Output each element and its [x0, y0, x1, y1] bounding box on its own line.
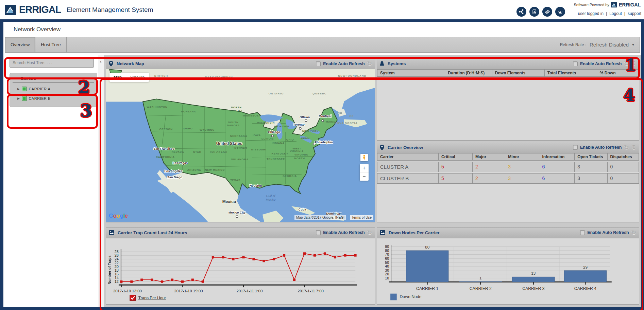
svg-text:13: 13: [531, 271, 536, 275]
svg-text:20: 20: [385, 272, 389, 276]
powered-brand-name: ERRIGAL: [619, 2, 641, 7]
svg-text:OREGON: OREGON: [159, 128, 172, 131]
auto-refresh-label: Enable Auto Refresh: [580, 61, 622, 66]
auto-refresh-checkbox[interactable]: [580, 230, 585, 235]
collapse-up-icon[interactable]: ▲: [99, 60, 102, 63]
support-link[interactable]: support: [628, 11, 641, 16]
svg-text:NEBRASKA: NEBRASKA: [230, 134, 247, 138]
svg-text:Cuba: Cuba: [299, 208, 306, 211]
table-row: CLUSTER A523630: [377, 162, 639, 172]
svg-text:DAKOTA: DAKOTA: [230, 109, 242, 112]
value-cell: 3: [505, 162, 539, 172]
svg-text:ARIZONA: ARIZONA: [187, 168, 201, 171]
powered-by-label: Software Powered by: [574, 3, 609, 7]
column-header: Major: [473, 153, 505, 161]
auto-refresh-checkbox[interactable]: [573, 145, 578, 150]
trap-chart-panel: Carrier Trap Count Last 24 Hours Enable …: [106, 227, 375, 305]
sidebar-splitter[interactable]: ▲: [98, 55, 104, 307]
svg-text:GEORGIA: GEORGIA: [283, 175, 297, 178]
tree-divider: [13, 83, 94, 83]
column-header: Total Elements: [545, 69, 597, 77]
svg-text:NEW MEXICO: NEW MEXICO: [205, 168, 225, 171]
google-map[interactable]: BRITISHCOLUMBIASASKATCHEWANONTARIOQUEBEC…: [106, 69, 375, 222]
errigal-logo: ERRIGAL: [5, 4, 61, 15]
tree-item-carrier-a[interactable]: ▶ CARRIER A: [10, 84, 97, 94]
tree-item-carrier-b[interactable]: ▶ CARRIER B: [10, 94, 97, 103]
chevron-down-icon: ▼: [631, 43, 635, 47]
value-cell: 5: [439, 173, 473, 184]
down-nodes-panel: Down Nodes Per Carrier Enable Auto Refre…: [377, 227, 639, 305]
terms-of-use-link[interactable]: Terms of Use: [350, 215, 373, 220]
refresh-rate-dropdown[interactable]: Refresh Disabled ▼: [590, 42, 635, 48]
svg-text:2017-1-11 7:00: 2017-1-11 7:00: [298, 289, 324, 293]
refresh-rate-value: Refresh Disabled: [590, 42, 629, 48]
svg-text:QUEBEC: QUEBEC: [312, 92, 326, 95]
svg-text:18: 18: [115, 268, 119, 272]
zoom-in-button[interactable]: +: [360, 164, 369, 172]
tree-root-carriers[interactable]: ▼ Carriers: [10, 76, 97, 81]
systems-panel: Systems Enable Auto Refresh ↻ ↧ SystemDu…: [377, 58, 639, 141]
svg-text:50: 50: [385, 260, 389, 265]
refresh-icon[interactable]: ↻: [367, 230, 372, 236]
svg-text:20: 20: [115, 265, 119, 269]
chevron-collapsed-icon: ▶: [17, 87, 20, 91]
tab-overview[interactable]: Overview: [5, 37, 35, 52]
svg-text:NEVADA: NEVADA: [172, 150, 184, 153]
tickets-icon[interactable]: [542, 7, 552, 17]
reports-icon[interactable]: [529, 7, 539, 17]
refresh-icon[interactable]: ↻: [631, 230, 636, 236]
trap-line-chart: 1214161820222426282017-1-10 13:002017-1-…: [106, 238, 375, 304]
zoom-out-button[interactable]: −: [360, 172, 369, 181]
brand-name: ERRIGAL: [19, 4, 61, 15]
value-cell: 0: [608, 173, 639, 184]
download-icon[interactable]: ↧: [631, 145, 636, 150]
satellite-button[interactable]: Satellite: [126, 75, 149, 80]
product-title: Element Management System: [67, 6, 153, 14]
svg-text:KENTUCKY: KENTUCKY: [271, 152, 288, 155]
refresh-icon[interactable]: ↻: [624, 61, 629, 67]
refresh-icon[interactable]: ↻: [624, 145, 629, 150]
svg-text:San Francisco: San Francisco: [153, 147, 174, 150]
tree-root-label: Carriers: [20, 76, 36, 81]
column-header: Down Elements: [492, 69, 545, 77]
google-logo[interactable]: Google: [109, 213, 128, 219]
pegman-icon[interactable]: [360, 154, 368, 161]
tab-host-tree[interactable]: Host Tree: [35, 37, 67, 52]
svg-text:PENN: PENN: [301, 137, 310, 140]
bell-icon: [380, 61, 384, 66]
svg-text:VIRGINIA: VIRGINIA: [294, 153, 308, 156]
svg-text:Houston: Houston: [250, 184, 262, 187]
header-nav-icons: [516, 7, 565, 17]
svg-text:26: 26: [115, 253, 119, 257]
carrier-cell: CLUSTER A: [377, 162, 439, 172]
download-icon[interactable]: ↧: [631, 61, 636, 67]
refresh-icon[interactable]: ↻: [367, 61, 372, 67]
network-icon[interactable]: [516, 7, 526, 17]
table-row: CLUSTER B523630: [377, 173, 639, 184]
svg-text:10: 10: [385, 276, 389, 280]
svg-text:SOUTH: SOUTH: [228, 121, 239, 124]
panel-title: Down Nodes Per Carrier: [389, 230, 440, 235]
auto-refresh-checkbox[interactable]: [316, 230, 321, 235]
svg-text:Los Angeles: Los Angeles: [164, 169, 182, 173]
auto-refresh-checkbox[interactable]: [573, 61, 578, 66]
svg-text:Down Node: Down Node: [400, 294, 422, 299]
svg-text:San Diego: San Diego: [167, 176, 182, 179]
svg-text:70: 70: [385, 252, 389, 256]
svg-text:Chicago: Chicago: [268, 130, 280, 134]
svg-text:IOWA: IOWA: [253, 134, 261, 137]
svg-text:22: 22: [115, 261, 119, 265]
column-header: Minor: [505, 153, 539, 161]
value-cell: 0: [608, 162, 639, 172]
search-input[interactable]: [10, 58, 94, 68]
auto-refresh-checkbox[interactable]: [316, 61, 321, 66]
value-cell: 3: [575, 173, 607, 184]
alarms-icon[interactable]: [555, 7, 565, 17]
logout-link[interactable]: Logout: [609, 11, 622, 16]
svg-text:30: 30: [385, 268, 389, 272]
dashboard: Network Map Enable Auto Refresh ↻: [104, 55, 641, 307]
user-status-link[interactable]: user logged in: [578, 11, 604, 16]
map-button[interactable]: Map: [109, 75, 126, 80]
svg-text:MAINE: MAINE: [326, 120, 336, 123]
svg-text:Mexico: Mexico: [222, 199, 236, 204]
